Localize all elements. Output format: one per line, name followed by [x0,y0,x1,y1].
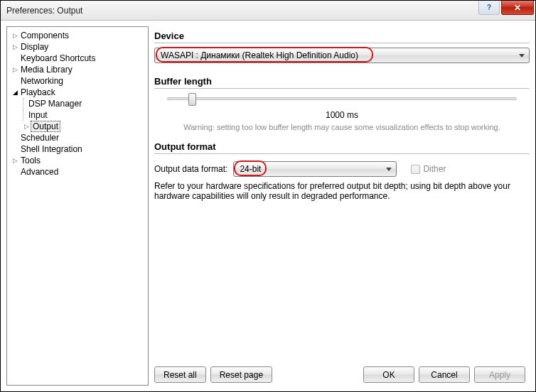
expander-icon [11,134,19,141]
expander-icon: ▷ [11,32,19,39]
close-icon: ✕ [514,3,521,13]
close-button[interactable]: ✕ [501,1,534,15]
tree-item-shell-integration[interactable]: Shell Integration [7,143,148,155]
tree-item-tools[interactable]: ▷Tools [7,155,148,166]
buffer-slider[interactable] [167,97,517,100]
expander-icon [11,77,19,85]
expander-icon: ▷ [11,157,19,164]
output-format-combo[interactable]: 24-bit [233,161,397,177]
device-heading: Device [154,31,530,43]
device-combo[interactable]: WASAPI : Динамики (Realtek High Definiti… [154,48,530,63]
expander-icon: ▷ [11,43,19,50]
buffer-heading: Buffer length [154,76,530,89]
tree-item-playback[interactable]: ◢Playback [7,87,148,98]
slider-thumb[interactable] [188,93,196,106]
expander-icon: ▷ [11,66,19,73]
tree-item-output[interactable]: ▷Output [7,121,148,132]
bottom-button-bar: Reset all Reset page OK Cancel Apply [154,366,525,383]
output-format-help: Refer to your hardware specifications fo… [154,181,530,201]
expander-icon: ◢ [11,89,19,96]
output-format-heading: Output format [154,141,530,154]
output-format-selected: 24-bit [240,164,261,174]
titlebar: Preferences: Output ? ✕ [1,1,535,21]
ok-button[interactable]: OK [363,366,414,383]
device-selected-text: WASAPI : Динамики (Realtek High Definiti… [161,50,358,60]
tree-item-components[interactable]: ▷Components [7,30,148,41]
expander-icon [11,168,19,175]
tree-item-display[interactable]: ▷Display [7,41,148,53]
apply-button[interactable]: Apply [474,366,525,383]
dither-label: Dither [423,164,446,174]
cancel-button[interactable]: Cancel [419,366,470,383]
expander-icon [11,146,19,153]
window-title: Preferences: Output [6,6,82,16]
reset-page-button[interactable]: Reset page [210,366,272,383]
checkbox-box-icon [411,165,420,174]
help-button[interactable]: ? [478,1,500,15]
expander-icon: ▷ [23,123,31,130]
tree-item-media-library[interactable]: ▷Media Library [7,64,148,75]
tree-item-networking[interactable]: Networking [7,75,148,87]
buffer-value-text: 1000 ms [167,110,517,120]
tree-item-input[interactable]: Input [7,109,148,121]
tree-item-advanced[interactable]: Advanced [7,166,148,178]
tree-item-scheduler[interactable]: Scheduler [7,132,148,143]
tree-item-dsp-manager[interactable]: DSP Manager [7,98,148,109]
dither-checkbox[interactable]: Dither [411,164,446,174]
buffer-warning-text: Warning: setting too low buffer length m… [167,123,517,131]
reset-all-button[interactable]: Reset all [154,366,206,383]
titlebar-buttons: ? ✕ [478,1,535,15]
preferences-tree[interactable]: ▷Components ▷Display Keyboard Shortcuts … [6,26,149,386]
tree-item-keyboard-shortcuts[interactable]: Keyboard Shortcuts [7,53,148,64]
output-format-label: Output data format: [154,164,227,174]
expander-icon [11,55,19,62]
